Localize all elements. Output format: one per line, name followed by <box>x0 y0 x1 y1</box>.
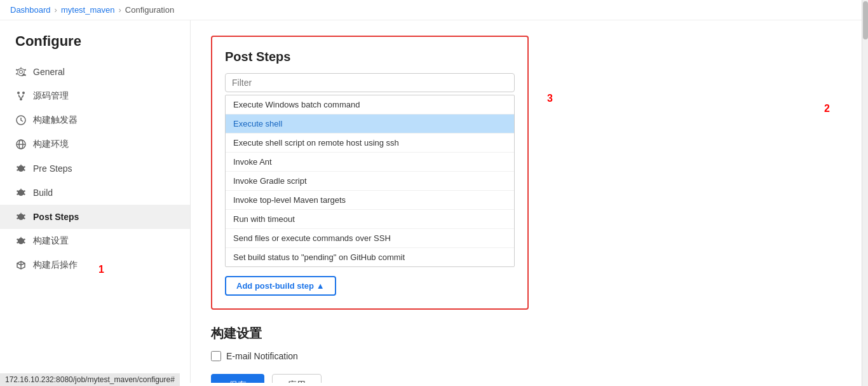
gear-settings-icon <box>15 235 27 247</box>
dropdown-item-ssh-shell[interactable]: Execute shell script on remote host usin… <box>226 134 514 153</box>
sidebar: Configure General 源码管理 构建触发器 <box>0 20 191 383</box>
sidebar-item-build-settings[interactable]: 构建设置 <box>0 229 190 253</box>
dropdown-item-exec-shell[interactable]: Execute shell <box>226 114 514 134</box>
clock-icon <box>15 114 27 126</box>
post-steps-section: Post Steps Execute Windows batch command… <box>211 36 529 310</box>
action-buttons: 保存 应用 <box>211 374 848 383</box>
filter-input[interactable] <box>225 73 515 92</box>
sidebar-item-source-label: 源码管理 <box>33 90 69 102</box>
email-notification-row: E-mail Notification <box>211 351 848 361</box>
sidebar-item-post-steps[interactable]: Post Steps <box>0 205 190 229</box>
sidebar-item-post-build-label: 构建后操作 <box>33 259 78 271</box>
dropdown-item-win-batch[interactable]: Execute Windows batch command <box>226 95 514 114</box>
sidebar-title: Configure <box>0 31 190 60</box>
add-post-build-step-button[interactable]: Add post-build step ▲ <box>225 276 336 296</box>
save-button[interactable]: 保存 <box>211 374 264 383</box>
sidebar-item-build-label: Build <box>33 188 53 198</box>
sidebar-item-pre-steps[interactable]: Pre Steps <box>0 156 190 181</box>
breadcrumb-sep-1: › <box>55 5 57 15</box>
sidebar-item-env-label: 构建环境 <box>33 139 69 150</box>
url-bar: 172.16.10.232:8080/job/mytest_maven/conf… <box>0 373 180 386</box>
dropdown-list: Execute Windows batch command Execute sh… <box>225 95 515 267</box>
sidebar-item-build-settings-label: 构建设置 <box>33 235 69 247</box>
breadcrumb-sep-2: › <box>119 5 121 15</box>
scrollbar[interactable] <box>862 0 868 386</box>
breadcrumb: Dashboard › mytest_maven › Configuration <box>0 0 868 20</box>
svg-point-1 <box>22 92 25 94</box>
build-settings-title: 构建设置 <box>211 325 848 342</box>
apply-button[interactable]: 应用 <box>272 374 322 383</box>
annotation-3: 3 <box>547 93 553 104</box>
gear-post-icon <box>15 211 27 223</box>
build-settings-section: 构建设置 E-mail Notification 保存 应用 <box>211 325 848 383</box>
dropdown-item-ant[interactable]: Invoke Ant <box>226 153 514 172</box>
svg-point-0 <box>17 92 20 94</box>
sidebar-item-build[interactable]: Build <box>0 181 190 205</box>
dropdown-item-gradle[interactable]: Invoke Gradle script <box>226 172 514 191</box>
breadcrumb-project[interactable]: mytest_maven <box>61 5 115 15</box>
svg-point-2 <box>20 98 22 100</box>
sidebar-item-general-label: General <box>33 67 65 77</box>
dropdown-item-ssh-files[interactable]: Send files or execute commands over SSH <box>226 229 514 248</box>
sidebar-item-env[interactable]: 构建环境 <box>0 132 190 156</box>
scrollbar-thumb[interactable] <box>863 1 868 39</box>
gear-icon <box>15 66 27 78</box>
sidebar-item-general[interactable]: General <box>0 60 190 84</box>
dropdown-item-maven[interactable]: Invoke top-level Maven targets <box>226 191 514 210</box>
sidebar-item-triggers[interactable]: 构建触发器 <box>0 108 190 132</box>
sidebar-item-post-build[interactable]: 构建后操作 <box>0 253 190 277</box>
sidebar-item-post-steps-label: Post Steps <box>33 212 79 222</box>
sidebar-item-triggers-label: 构建触发器 <box>33 114 78 126</box>
dropdown-item-github-status[interactable]: Set build status to "pending" on GitHub … <box>226 248 514 266</box>
email-notification-checkbox[interactable] <box>211 351 221 361</box>
email-notification-label: E-mail Notification <box>226 351 298 361</box>
gear-build-icon <box>15 187 27 198</box>
globe-icon <box>15 139 27 150</box>
post-steps-title: Post Steps <box>225 50 515 64</box>
annotation-label-1: 1 <box>98 264 104 275</box>
dropdown-item-timeout[interactable]: Run with timeout <box>226 210 514 229</box>
gear-pre-icon <box>15 163 27 174</box>
fork-icon <box>15 90 27 102</box>
annotation-2: 2 <box>824 103 830 114</box>
breadcrumb-dashboard[interactable]: Dashboard <box>10 5 51 15</box>
cube-icon <box>15 259 27 271</box>
main-content: Post Steps Execute Windows batch command… <box>191 20 868 383</box>
sidebar-item-pre-steps-label: Pre Steps <box>33 163 72 174</box>
breadcrumb-current: Configuration <box>125 5 174 15</box>
sidebar-item-source[interactable]: 源码管理 <box>0 84 190 108</box>
